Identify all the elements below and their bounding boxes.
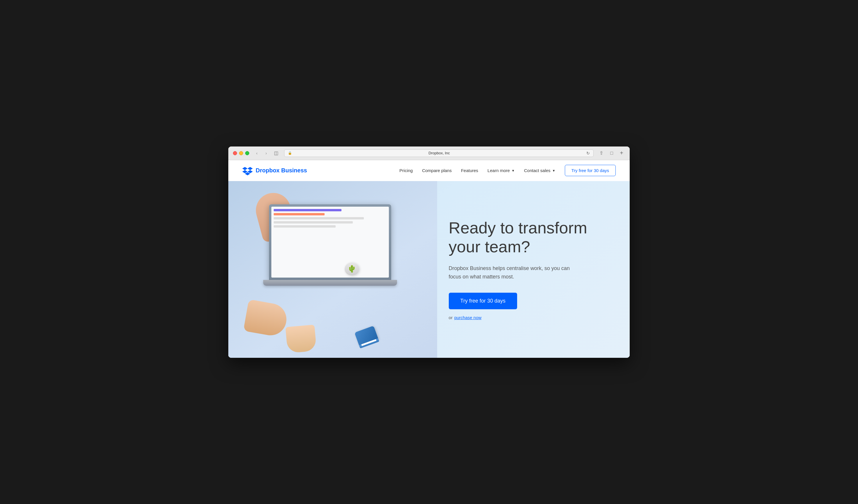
lock-icon: 🔒 — [288, 151, 292, 155]
nav-link-pricing[interactable]: Pricing — [399, 168, 413, 173]
browser-nav-buttons: ‹ › ◫ — [253, 150, 281, 157]
hero-headline: Ready to transform your team? — [449, 218, 612, 256]
screen-bar-5 — [274, 225, 336, 228]
nav-link-learn-more[interactable]: Learn more ▼ — [488, 168, 515, 173]
hero-image: 🌵 — [228, 181, 437, 358]
forward-button[interactable]: › — [262, 150, 270, 157]
nav-link-features[interactable]: Features — [461, 168, 478, 173]
nav-cta-button[interactable]: Try free for 30 days — [565, 165, 616, 176]
new-tab-button[interactable]: + — [618, 150, 625, 157]
share-button[interactable]: ⇧ — [597, 150, 605, 157]
traffic-lights — [233, 151, 249, 155]
screen-bar-1 — [274, 209, 341, 211]
plant-decoration: 🌵 — [345, 262, 362, 280]
maximize-window-button[interactable] — [245, 151, 249, 155]
hero-purchase-prefix: or — [449, 315, 452, 320]
nav-brand-text: Dropbox Business — [256, 167, 307, 174]
purchase-now-link[interactable]: purchase now — [454, 315, 481, 320]
plant-leaves-icon: 🌵 — [348, 265, 356, 273]
refresh-button[interactable]: ↻ — [586, 151, 590, 156]
hero-cta-primary-button[interactable]: Try free for 30 days — [449, 293, 517, 309]
plant-pot: 🌵 — [345, 262, 359, 276]
laptop-screen-inner — [271, 207, 389, 278]
back-button[interactable]: ‹ — [253, 150, 261, 157]
contact-sales-chevron-icon: ▼ — [552, 169, 556, 172]
laptop-screen — [269, 204, 391, 280]
laptop-illustration — [269, 204, 391, 286]
address-bar[interactable]: 🔒 Dropbox, Inc ↻ — [284, 149, 593, 157]
screen-bar-4 — [274, 221, 353, 224]
nav-links: Pricing Compare plans Features Learn mor… — [399, 165, 616, 176]
browser-titlebar: ‹ › ◫ 🔒 Dropbox, Inc ↻ ⇧ □ + — [233, 149, 625, 160]
screen-bar-2 — [274, 213, 324, 215]
laptop-base — [263, 280, 397, 286]
hero-section: 🌵 Ready to transform your team? Dropbox … — [228, 181, 630, 358]
tab-view-button[interactable]: ◫ — [271, 150, 281, 157]
learn-more-chevron-icon: ▼ — [512, 169, 515, 172]
tabs-overview-button[interactable]: □ — [608, 150, 616, 157]
nav-logo[interactable]: Dropbox Business — [242, 165, 307, 176]
main-nav: Dropbox Business Pricing Compare plans F… — [228, 160, 630, 181]
hero-purchase-row: or purchase now — [449, 315, 612, 320]
hero-subtext: Dropbox Business helps centralise work, … — [449, 264, 571, 281]
hero-text-content: Ready to transform your team? Dropbox Bu… — [437, 201, 630, 337]
minimize-window-button[interactable] — [239, 151, 243, 155]
browser-actions: ⇧ □ + — [597, 150, 625, 157]
screen-bar-3 — [274, 217, 364, 220]
nav-link-contact-sales[interactable]: Contact sales ▼ — [524, 168, 556, 173]
browser-window: ‹ › ◫ 🔒 Dropbox, Inc ↻ ⇧ □ + — [228, 146, 630, 358]
close-window-button[interactable] — [233, 151, 237, 155]
dropbox-logo-icon — [242, 165, 253, 176]
nav-link-compare-plans[interactable]: Compare plans — [422, 168, 452, 173]
website-content: Dropbox Business Pricing Compare plans F… — [228, 160, 630, 358]
address-text: Dropbox, Inc — [294, 151, 585, 155]
browser-chrome: ‹ › ◫ 🔒 Dropbox, Inc ↻ ⇧ □ + — [228, 146, 630, 160]
